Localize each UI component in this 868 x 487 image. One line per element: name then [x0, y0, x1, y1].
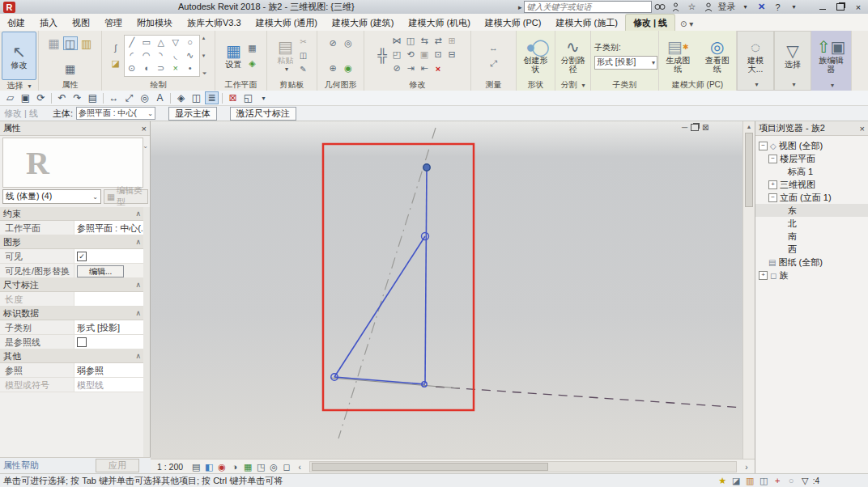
shadows-icon[interactable]: ◑ [228, 461, 241, 473]
view-restore-icon[interactable] [691, 124, 699, 131]
scroll-right-arrow[interactable]: › [740, 461, 753, 473]
collapse-icon[interactable]: − [768, 155, 777, 163]
center-ends-arc-tool[interactable]: ◠ [140, 49, 153, 61]
ellipse-tool[interactable]: ⊙ [126, 62, 138, 74]
favorites-star-icon[interactable]: ☆ [686, 1, 699, 13]
host-dropdown[interactable]: 参照平面 : 中心(⌄ [76, 107, 155, 120]
tree-item-east[interactable]: 东 [755, 204, 868, 217]
horizontal-scrollbar[interactable] [309, 461, 737, 472]
restore-button[interactable] [832, 1, 849, 13]
properties-palette-icon[interactable]: ▦ [48, 37, 61, 49]
ribbon-state-toggle-icon[interactable]: ⊙ ▾ [680, 19, 693, 31]
selection-filter-icon[interactable]: ▽ [798, 475, 812, 487]
tab-addins[interactable]: 附加模块 [130, 15, 180, 31]
visible-checkbox[interactable]: ✓ [77, 252, 87, 261]
tab-view[interactable]: 视图 [65, 15, 97, 31]
panel-label-select[interactable]: 选择 ▾ [0, 81, 38, 91]
project-browser-header[interactable]: 项目浏览器 - 族2 × [755, 121, 868, 136]
trim-tool[interactable]: ▣ [418, 49, 431, 61]
help-search-input[interactable] [524, 1, 652, 13]
sun-path-icon[interactable]: ◉ [215, 461, 228, 473]
save-icon[interactable]: ▣ [19, 91, 32, 104]
visual-style-icon[interactable]: ◧ [202, 461, 215, 473]
switch-windows-icon[interactable]: ◱ [241, 91, 255, 104]
tab-modify-line-active[interactable]: 修改 | 线 [625, 14, 675, 31]
tab-mm-mep[interactable]: 建模大师 (机电) [401, 15, 477, 31]
user-icon[interactable] [702, 1, 715, 13]
expand-icon[interactable]: ⏷ [202, 70, 207, 77]
login-caret-icon[interactable]: ▾ [739, 1, 752, 13]
drawing-area[interactable]: ─ ⊠ ▲ 1 : 200 ▤ ◧ ◉ ◑ ▦ ◳ ◎ ◻ ‹ › [151, 121, 755, 473]
circle-tool[interactable]: ○ [184, 36, 197, 49]
mm-tools-button[interactable]: ◌ 建模大... [739, 37, 772, 74]
mirror-draw-tool[interactable]: ⇄ [432, 35, 445, 47]
spline-by-points-icon[interactable]: ʃ [109, 42, 122, 54]
properties-close-icon[interactable]: × [142, 124, 147, 133]
section-other[interactable]: 其他∧ [0, 349, 144, 363]
align-tool[interactable]: ⋈ [390, 35, 403, 47]
selection-filter-button[interactable]: ▽ 选择 [782, 41, 803, 70]
panel-label-select-tool[interactable]: ▾ [775, 79, 811, 90]
match-properties-icon[interactable]: ✎ [298, 63, 309, 75]
tree-item-west[interactable]: 西 [755, 243, 868, 256]
background-process-icon[interactable]: ○ [785, 475, 798, 487]
pin-tool[interactable]: ⇥ [404, 62, 417, 74]
search-icon[interactable] [653, 1, 666, 13]
family-editor-button[interactable]: ⇧▣ 族编辑器 [813, 37, 849, 74]
tab-manage[interactable]: 管理 [97, 15, 130, 31]
section-graphics[interactable]: 图形∧ [0, 235, 144, 249]
temporary-hide-isolate-icon[interactable]: ◎ [267, 461, 280, 473]
print-icon[interactable]: ▤ [86, 91, 100, 104]
create-form-button[interactable]: ●◯ 创建形状 [518, 37, 553, 74]
project-browser-close-icon[interactable]: × [860, 124, 865, 133]
split-tool[interactable]: ⊡ [432, 49, 445, 61]
cut-geometry-icon[interactable]: ⊘ [326, 37, 339, 49]
family-types-icon[interactable]: ◫ [63, 36, 78, 50]
crop-region-visibility-icon[interactable]: ◳ [254, 461, 267, 473]
panel-label-family-editor[interactable]: ▾ [811, 80, 851, 91]
vertical-scrollbar[interactable]: ▲ [742, 121, 755, 459]
inscribed-polygon-tool[interactable]: △ [155, 36, 168, 49]
edit-in-place-icon[interactable]: + [771, 475, 785, 487]
view-sheet-button[interactable]: ◎ 查看图纸 [700, 37, 735, 74]
modify-button[interactable]: ↖ 修改 [2, 32, 36, 80]
type-selector-dropdown[interactable]: 线 (体量) (4)⌄ [2, 189, 101, 204]
view-close-icon[interactable]: ⊠ [702, 123, 708, 132]
solid-void-icon[interactable]: ⊕ [326, 62, 339, 74]
subscription-icon[interactable] [670, 1, 683, 13]
activate-dimensions-button[interactable]: 激活尺寸标注 [230, 107, 296, 121]
spline-tool[interactable]: ∿ [184, 49, 197, 61]
delete-tool[interactable]: × [432, 62, 445, 74]
customize-qat-icon[interactable]: ▾ [257, 91, 270, 104]
revit-app-icon[interactable]: R [3, 2, 15, 13]
vertical-scroll-thumb[interactable] [745, 133, 753, 207]
collapse-icon[interactable]: − [759, 142, 768, 150]
default-3d-view-icon[interactable]: ◈ [174, 91, 188, 104]
help-icon[interactable]: ? [772, 1, 785, 13]
sync-with-central-icon[interactable]: ⟳ [34, 91, 48, 104]
pick-lines-tool[interactable]: ⊃ [155, 62, 168, 74]
point-tool[interactable]: • [184, 62, 197, 74]
extend-tool[interactable]: ⊞ [445, 35, 458, 47]
aligned-dimension-icon[interactable]: ⤢ [122, 91, 136, 104]
array-tool[interactable]: ⊟ [445, 49, 458, 61]
circumscribed-polygon-tool[interactable]: ▽ [169, 36, 182, 49]
partial-ellipse-tool[interactable]: ◖ [140, 62, 153, 74]
pick-edges-tool[interactable]: × [169, 62, 182, 74]
tree-item-level-1[interactable]: 标高 1 [755, 165, 868, 178]
family-parameters-icon[interactable]: ▦ [64, 62, 77, 74]
tree-item-elevations[interactable]: − 立面 (立面 1) [755, 191, 868, 204]
edit-region-icon[interactable]: ◪ [109, 57, 122, 70]
tree-item-north[interactable]: 北 [755, 217, 868, 230]
panel-label-mm-tools[interactable]: ▾ [738, 79, 773, 90]
aligned-dimension-tool[interactable]: ⤢ [487, 57, 500, 70]
tangent-arc-tool[interactable]: ◝ [155, 49, 168, 61]
line-tool[interactable]: ╱ [126, 36, 138, 49]
view-scale-label[interactable]: 1 : 200 [157, 462, 183, 472]
edit-type-button[interactable]: ▦编辑类型 [104, 189, 148, 204]
worksets-icon[interactable]: ★ [716, 475, 730, 487]
edit-overrides-button[interactable]: 编辑... [77, 265, 124, 277]
paste-button[interactable]: ▤ 粘贴 ▾ [275, 37, 296, 74]
tree-item-sheets[interactable]: ▤ 图纸 (全部) [755, 256, 868, 269]
close-button[interactable]: × [850, 1, 866, 13]
